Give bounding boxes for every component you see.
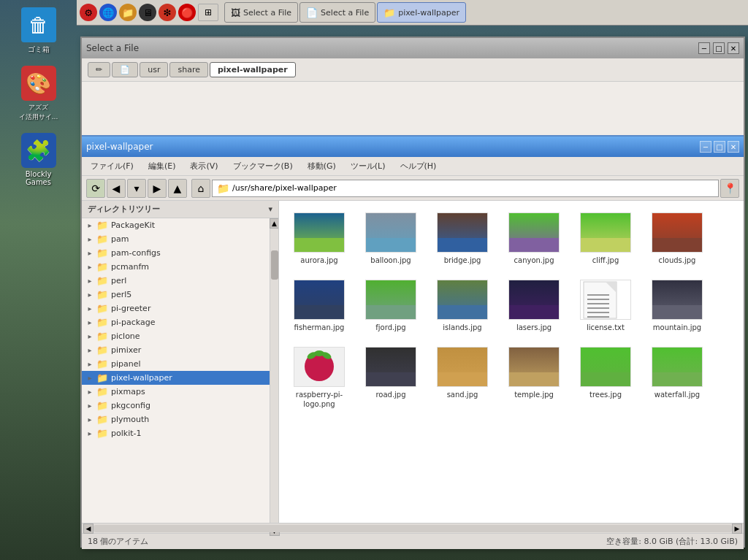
expand-pam[interactable]: ▸ bbox=[85, 234, 95, 245]
taskbar-icon-4[interactable]: 🖥 bbox=[139, 4, 156, 21]
taskbar-icon-1[interactable]: ⚙ bbox=[80, 4, 97, 21]
tree-item-pipanel[interactable]: ▸ 📁 pipanel bbox=[82, 357, 270, 371]
tree-item-PackageKit[interactable]: ▸ 📁 PackageKit bbox=[82, 218, 270, 232]
maximize-button[interactable]: □ bbox=[713, 42, 725, 54]
tree-item-perl5[interactable]: ▸ 📁 perl5 bbox=[82, 288, 270, 302]
fm-minimize-btn[interactable]: − bbox=[700, 141, 711, 153]
menu-go[interactable]: 移動(G) bbox=[305, 159, 339, 173]
expand-perl[interactable]: ▸ bbox=[85, 276, 95, 286]
tree-item-pixmaps[interactable]: ▸ 📁 pixmaps bbox=[82, 385, 270, 399]
menu-edit[interactable]: 編集(E) bbox=[145, 159, 179, 173]
expand-piclone[interactable]: ▸ bbox=[85, 331, 95, 342]
toolbar-home-btn[interactable]: ⌂ bbox=[191, 179, 210, 198]
toolbar-history-btn[interactable]: ⟳ bbox=[86, 179, 105, 198]
scrollbar-thumb[interactable] bbox=[271, 250, 278, 280]
expand-perl5[interactable]: ▸ bbox=[85, 290, 95, 300]
taskbar-icon-3[interactable]: 📁 bbox=[119, 4, 137, 21]
tree-item-pam-configs[interactable]: ▸ 📁 pam-configs bbox=[82, 246, 270, 260]
taskbar-grid-icon[interactable]: ⊞ bbox=[198, 4, 218, 21]
file-item-canyon-jpg[interactable]: canyon.jpg bbox=[501, 208, 567, 269]
tree-item-pam[interactable]: ▸ 📁 pam bbox=[82, 232, 270, 246]
menu-tools[interactable]: ツール(L) bbox=[348, 159, 389, 173]
file-item-fjord-jpg[interactable]: fjord.jpg bbox=[358, 275, 424, 337]
file-item-raspberry-pi-logo-png[interactable]: raspberry-pi-logo.png bbox=[286, 342, 352, 413]
breadcrumb-pixel-wallpaper[interactable]: pixel-wallpaper bbox=[210, 62, 296, 77]
expand-PackageKit[interactable]: ▸ bbox=[85, 220, 95, 231]
tree-item-pi-package[interactable]: ▸ 📁 pi-package bbox=[82, 315, 270, 329]
expand-pixel-wallpaper[interactable]: ▸ bbox=[85, 373, 95, 383]
fm-hscrollbar[interactable]: ◀ ▶ bbox=[82, 523, 744, 533]
tree-item-plymouth[interactable]: ▸ 📁 plymouth bbox=[82, 413, 270, 426]
expand-pimixer[interactable]: ▸ bbox=[85, 345, 95, 356]
toolbar-forward-btn[interactable]: ▶ bbox=[148, 179, 167, 198]
expand-pixmaps[interactable]: ▸ bbox=[85, 387, 95, 397]
minimize-button[interactable]: − bbox=[698, 42, 710, 54]
expand-plymouth[interactable]: ▸ bbox=[85, 415, 95, 425]
file-item-balloon-jpg[interactable]: balloon.jpg bbox=[358, 208, 424, 269]
trash-icon[interactable]: 🗑 ゴミ箱 bbox=[9, 7, 68, 55]
sidebar-scrollbar[interactable]: ▲ ▼ bbox=[270, 218, 278, 523]
expand-polkit-1[interactable]: ▸ bbox=[85, 429, 95, 439]
app-icon-2[interactable]: 🎨 アズズイ活用サイ... bbox=[9, 66, 68, 122]
toolbar-up-btn[interactable]: ▲ bbox=[168, 179, 187, 198]
file-item-trees-jpg[interactable]: trees.jpg bbox=[573, 342, 638, 413]
appearance-settings-btn[interactable]: 🖼 Select a File bbox=[224, 2, 298, 23]
tree-item-polkit-1[interactable]: ▸ 📁 polkit-1 bbox=[82, 426, 270, 440]
taskbar-icon-5[interactable]: ❇ bbox=[159, 4, 176, 21]
file-item-fisherman-jpg[interactable]: fisherman.jpg bbox=[286, 275, 352, 337]
file-item-clouds-jpg[interactable]: clouds.jpg bbox=[644, 208, 710, 269]
expand-pam-configs[interactable]: ▸ bbox=[85, 248, 95, 258]
address-bar[interactable]: 📁 /usr/share/pixel-wallpaper bbox=[212, 180, 719, 197]
pixel-wallpaper-btn[interactable]: 📁 pixel-wallpaper bbox=[377, 2, 466, 23]
breadcrumb-doc-btn[interactable]: 📄 bbox=[112, 62, 138, 77]
select-file-label: Select a File bbox=[321, 8, 369, 18]
select-file-btn[interactable]: 📄 Select a File bbox=[299, 2, 375, 23]
file-thumb-17 bbox=[652, 347, 703, 387]
hscroll-track[interactable] bbox=[94, 525, 732, 532]
tree-item-perl[interactable]: ▸ 📁 perl bbox=[82, 274, 270, 288]
expand-pipanel[interactable]: ▸ bbox=[85, 359, 95, 369]
sidebar-collapse-icon[interactable]: ▾ bbox=[268, 204, 272, 214]
file-item-sand-jpg[interactable]: sand.jpg bbox=[430, 342, 495, 413]
taskbar-icon-2[interactable]: 🌐 bbox=[99, 4, 117, 21]
menu-file[interactable]: ファイル(F) bbox=[88, 159, 137, 173]
file-item-bridge-jpg[interactable]: bridge.jpg bbox=[430, 208, 495, 269]
tree-item-pi-greeter[interactable]: ▸ 📁 pi-greeter bbox=[82, 302, 270, 315]
tree-item-piclone[interactable]: ▸ 📁 piclone bbox=[82, 329, 270, 343]
file-item-temple-jpg[interactable]: temple.jpg bbox=[501, 342, 567, 413]
file-item-mountain-jpg[interactable]: mountain.jpg bbox=[644, 275, 710, 337]
breadcrumb-usr[interactable]: usr bbox=[140, 62, 168, 77]
tree-item-pkgconfig[interactable]: ▸ 📁 pkgconfig bbox=[82, 399, 270, 413]
expand-pkgconfig[interactable]: ▸ bbox=[85, 401, 95, 411]
file-item-islands-jpg[interactable]: islands.jpg bbox=[430, 275, 495, 337]
file-item-cliff-jpg[interactable]: cliff.jpg bbox=[573, 208, 638, 269]
menu-bookmarks[interactable]: ブックマーク(B) bbox=[230, 159, 296, 173]
taskbar-icon-6[interactable]: 🔴 bbox=[178, 4, 196, 21]
blockly-icon[interactable]: 🧩 BlocklyGames bbox=[9, 133, 68, 186]
breadcrumb-edit-btn[interactable]: ✏ bbox=[88, 62, 110, 77]
fm-maximize-btn[interactable]: □ bbox=[714, 141, 725, 153]
toolbar-dropdown-btn[interactable]: ▾ bbox=[127, 179, 146, 198]
tree-item-pimixer[interactable]: ▸ 📁 pimixer bbox=[82, 343, 270, 357]
file-item-license-txt[interactable]: license.txt bbox=[573, 275, 638, 337]
file-thumb-14 bbox=[437, 347, 488, 387]
file-item-waterfall-jpg[interactable]: waterfall.jpg bbox=[644, 342, 710, 413]
toolbar-back-btn[interactable]: ◀ bbox=[107, 179, 126, 198]
hscroll-right-btn[interactable]: ▶ bbox=[732, 523, 742, 534]
file-item-road-jpg[interactable]: road.jpg bbox=[358, 342, 424, 413]
menu-view[interactable]: 表示(V) bbox=[187, 159, 221, 173]
expand-pi-greeter[interactable]: ▸ bbox=[85, 304, 95, 314]
scrollbar-up-btn[interactable]: ▲ bbox=[270, 218, 280, 229]
hscroll-left-btn[interactable]: ◀ bbox=[83, 523, 94, 534]
tree-item-pcmanfm[interactable]: ▸ 📁 pcmanfm bbox=[82, 260, 270, 274]
file-item-lasers-jpg[interactable]: lasers.jpg bbox=[501, 275, 567, 337]
toolbar-location-btn[interactable]: 📍 bbox=[720, 179, 739, 198]
tree-item-pixel-wallpaper[interactable]: ▸ 📁 pixel-wallpaper bbox=[82, 371, 270, 385]
expand-pi-package[interactable]: ▸ bbox=[85, 318, 95, 328]
file-item-aurora-jpg[interactable]: aurora.jpg bbox=[286, 208, 352, 269]
fm-close-btn[interactable]: ✕ bbox=[728, 141, 739, 153]
breadcrumb-share[interactable]: share bbox=[169, 62, 208, 77]
close-button[interactable]: ✕ bbox=[728, 42, 739, 54]
menu-help[interactable]: ヘルプ(H) bbox=[397, 159, 440, 173]
expand-pcmanfm[interactable]: ▸ bbox=[85, 262, 95, 272]
